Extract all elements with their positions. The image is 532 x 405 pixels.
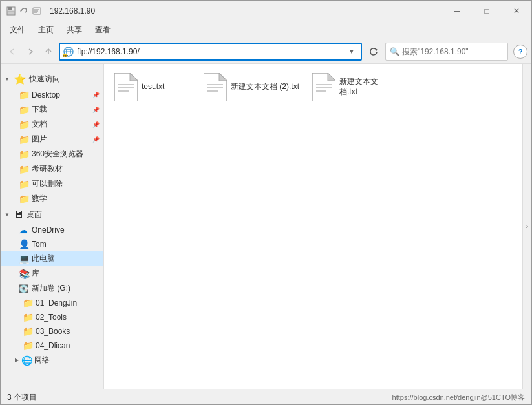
svg-marker-3	[20, 10, 21, 12]
sidebar-library-label: 库	[32, 268, 100, 279]
search-input[interactable]	[402, 47, 504, 56]
sidebar-network-label: 网络	[34, 355, 100, 366]
title-bar-icons	[6, 6, 42, 16]
title-bar: 192.168.1.90 ─ □ ✕	[1, 1, 531, 21]
address-bar[interactable]: FTP ▼	[59, 43, 362, 61]
sidebar-tools-label: 02_Tools	[36, 313, 100, 322]
dlican-folder-icon: 📁	[23, 340, 33, 351]
minimize-button[interactable]: ─	[442, 1, 472, 21]
desktop-chevron: ▼	[5, 212, 11, 218]
sidebar-item-360[interactable]: 📁 360安全浏览器	[1, 147, 103, 161]
sidebar-item-network[interactable]: ▶ 🌐 网络	[1, 353, 103, 368]
svg-text:FTP: FTP	[63, 54, 69, 57]
sidebar-drive-g-label: 新加卷 (G:)	[32, 283, 100, 294]
file-icon-new1	[312, 73, 335, 101]
sidebar-kaoyanjiaocai-label: 考研教材	[32, 163, 100, 174]
main-content: ▼ ⭐ 快速访问 📁 Desktop 📌 📁 下载 📌 📁 文档 📌 📁 图片 …	[1, 64, 531, 389]
onedrive-icon: ☁	[19, 225, 29, 235]
sidebar-item-dlican[interactable]: 📁 04_Dlican	[1, 338, 103, 353]
address-input[interactable]	[77, 47, 345, 56]
collapse-arrow-icon: ›	[526, 223, 528, 230]
file-label-test: test.txt	[142, 82, 191, 92]
delete-folder-icon: 📁	[19, 179, 29, 189]
file-icon-new2	[204, 73, 227, 101]
sidebar-item-library[interactable]: 📚 库	[1, 266, 103, 281]
toolbar: FTP ▼ 🔍 ?	[1, 39, 531, 64]
math-folder-icon: 📁	[19, 194, 29, 204]
back-button[interactable]	[5, 44, 20, 59]
sidebar-item-books[interactable]: 📁 03_Books	[1, 324, 103, 338]
desktop-label: 桌面	[27, 209, 42, 220]
pics-folder-icon: 📁	[19, 134, 29, 145]
menu-file[interactable]: 文件	[3, 22, 32, 38]
sidebar-item-drive-g[interactable]: 💽 新加卷 (G:)	[1, 281, 103, 296]
window-title: 192.168.1.90	[50, 6, 95, 16]
file-item-test[interactable]: test.txt	[111, 70, 195, 104]
sidebar: ▼ ⭐ 快速访问 📁 Desktop 📌 📁 下载 📌 📁 文档 📌 📁 图片 …	[1, 64, 104, 389]
search-bar[interactable]: 🔍	[385, 43, 508, 61]
svg-rect-1	[8, 7, 12, 10]
folder-icon: 📁	[19, 90, 29, 100]
file-item-new2[interactable]: 新建文本文档 (2).txt	[200, 70, 303, 104]
refresh-button[interactable]	[365, 43, 383, 61]
menu-view[interactable]: 查看	[89, 22, 117, 38]
sidebar-dengjin-label: 01_DengJin	[36, 298, 100, 307]
sidebar-item-delete[interactable]: 📁 可以删除	[1, 176, 103, 191]
sidebar-docs-label: 文档	[32, 119, 89, 130]
sidebar-item-math[interactable]: 📁 数学	[1, 191, 103, 206]
sidebar-item-download[interactable]: 📁 下载 📌	[1, 102, 103, 117]
sidebar-math-label: 数学	[32, 193, 100, 204]
pin-icon-2: 📌	[92, 107, 100, 113]
address-dropdown-button[interactable]: ▼	[345, 44, 358, 59]
sidebar-delete-label: 可以删除	[32, 178, 100, 189]
sidebar-dlican-label: 04_Dlican	[36, 341, 100, 350]
menu-share[interactable]: 共享	[60, 22, 89, 38]
up-button[interactable]	[41, 44, 56, 59]
sidebar-tom-label: Tom	[32, 240, 100, 249]
close-button[interactable]: ✕	[502, 1, 531, 21]
collapse-handle[interactable]: ›	[522, 64, 531, 389]
forward-button[interactable]	[23, 44, 38, 59]
tools-folder-icon: 📁	[23, 312, 33, 322]
file-item-new1[interactable]: 新建文本文档.txt	[308, 70, 392, 104]
sidebar-item-pictures[interactable]: 📁 图片 📌	[1, 132, 103, 147]
sidebar-item-docs[interactable]: 📁 文档 📌	[1, 117, 103, 132]
sidebar-desktop-label: Desktop	[32, 90, 89, 99]
sidebar-item-onedrive[interactable]: ☁ OneDrive	[1, 223, 103, 237]
drive-icon: 💽	[19, 284, 29, 293]
menu-bar: 文件 主页 共享 查看	[1, 21, 531, 39]
sidebar-item-kaoyanjiaocai[interactable]: 📁 考研教材	[1, 161, 103, 176]
sidebar-item-desktop[interactable]: 📁 Desktop 📌	[1, 88, 103, 102]
sidebar-item-thispc[interactable]: 💻 此电脑	[1, 251, 103, 266]
dengjin-folder-icon: 📁	[23, 298, 33, 308]
menu-home[interactable]: 主页	[32, 22, 60, 38]
svg-marker-27	[328, 73, 335, 81]
pin-icon: 📌	[92, 92, 100, 98]
sidebar-360-label: 360安全浏览器	[32, 149, 100, 160]
sidebar-download-label: 下载	[32, 104, 89, 115]
pin-icon-3: 📌	[92, 121, 100, 128]
sidebar-item-tom[interactable]: 👤 Tom	[1, 237, 103, 251]
help-button[interactable]: ?	[513, 45, 527, 59]
maximize-button[interactable]: □	[472, 1, 502, 21]
sidebar-item-tools[interactable]: 📁 02_Tools	[1, 310, 103, 324]
pin-icon-4: 📌	[92, 136, 100, 143]
file-label-new2: 新建文本文档 (2).txt	[231, 82, 299, 92]
quick-access-section[interactable]: ▼ ⭐ 快速访问	[1, 70, 103, 88]
ftp-icon: FTP	[63, 46, 74, 57]
window-controls[interactable]: ─ □ ✕	[442, 1, 531, 21]
svg-marker-17	[130, 73, 138, 81]
save-icon	[6, 6, 16, 16]
sidebar-item-dengjin[interactable]: 📁 01_DengJin	[1, 296, 103, 310]
sidebar-onedrive-label: OneDrive	[32, 225, 100, 234]
network-icon: 🌐	[21, 355, 32, 366]
books-folder-icon: 📁	[23, 326, 33, 337]
desktop-icon: 🖥	[14, 209, 24, 220]
status-bar: 3 个项目 https://blog.csdn.net/dengjin@51CT…	[1, 389, 531, 405]
quick-access-icon: ⭐	[14, 73, 27, 85]
docs-folder-icon: 📁	[19, 119, 29, 130]
sidebar-books-label: 03_Books	[36, 327, 100, 336]
desktop-section[interactable]: ▼ 🖥 桌面	[1, 206, 103, 223]
file-area: test.txt 新建文本文档 (2).txt	[104, 64, 522, 389]
watermark: https://blog.csdn.net/dengjin@51CTO博客	[392, 393, 525, 402]
